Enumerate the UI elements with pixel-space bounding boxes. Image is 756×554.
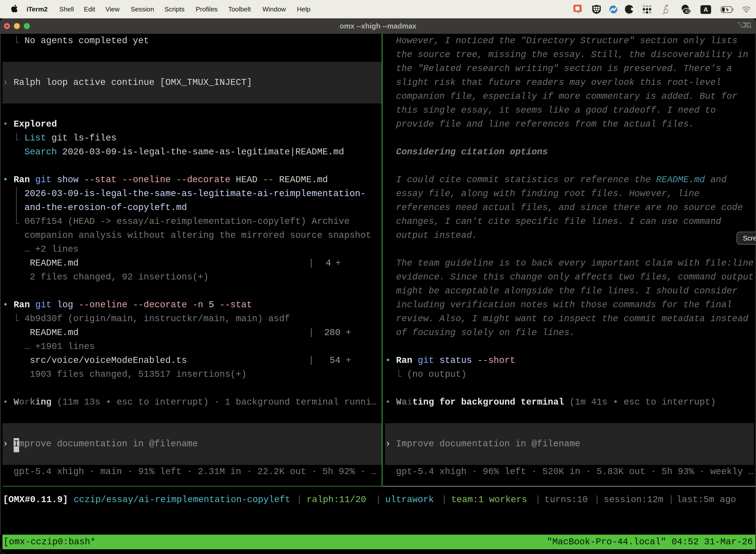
- svg-text:..61: ..61: [683, 9, 690, 14]
